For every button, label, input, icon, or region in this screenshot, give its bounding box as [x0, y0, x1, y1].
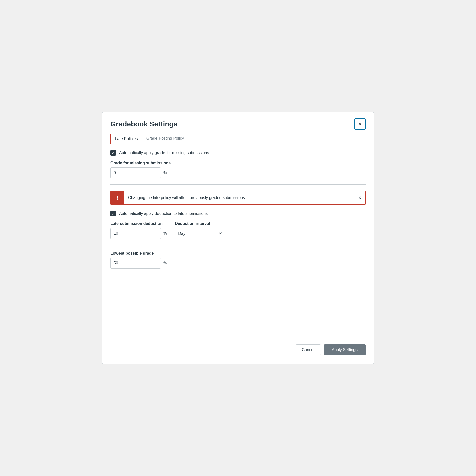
checkmark-icon-2: ✓ — [112, 212, 115, 215]
interval-select[interactable]: Day Hour — [175, 228, 225, 239]
grade-missing-input[interactable] — [110, 167, 161, 178]
tabs-container: Late Policies Grade Posting Policy — [102, 134, 374, 144]
missing-submissions-row: ✓ Automatically apply grade for missing … — [110, 150, 366, 156]
grade-missing-field-group: Grade for missing submissions % — [110, 161, 366, 178]
grade-missing-input-row: % — [110, 167, 366, 178]
modal-title: Gradebook Settings — [110, 120, 177, 128]
exclamation-icon: ! — [116, 194, 118, 201]
lowest-grade-percent: % — [163, 261, 167, 265]
lowest-grade-input-row: % — [110, 258, 366, 269]
deduction-field-group: Late submission deduction % — [110, 221, 167, 239]
late-submissions-checkbox[interactable]: ✓ — [110, 211, 116, 216]
checkmark-icon: ✓ — [112, 151, 115, 155]
missing-submissions-checkbox[interactable]: ✓ — [110, 150, 116, 156]
lowest-grade-input[interactable] — [110, 258, 161, 269]
modal-header: Gradebook Settings × — [102, 112, 374, 134]
lowest-grade-field-group: Lowest possible grade % — [110, 251, 366, 269]
interval-field-group: Deduction interval Day Hour — [175, 221, 225, 239]
alert-close-icon: × — [358, 195, 361, 200]
gradebook-settings-modal: Gradebook Settings × Late Policies Grade… — [102, 112, 374, 364]
deduction-label: Late submission deduction — [110, 221, 167, 226]
close-button[interactable]: × — [354, 118, 366, 130]
deduction-input[interactable] — [110, 228, 161, 239]
lowest-grade-label: Lowest possible grade — [110, 251, 366, 256]
apply-settings-button[interactable]: Apply Settings — [324, 344, 366, 355]
grade-missing-percent: % — [163, 171, 167, 175]
modal-body: ✓ Automatically apply grade for missing … — [102, 144, 374, 339]
late-submissions-label: Automatically apply deduction to late su… — [119, 211, 208, 216]
interval-input-row: Day Hour — [175, 228, 225, 239]
cancel-button[interactable]: Cancel — [296, 344, 321, 355]
alert-icon-block: ! — [111, 191, 124, 204]
grade-missing-label: Grade for missing submissions — [110, 161, 366, 165]
late-policy-alert: ! Changing the late policy will affect p… — [110, 191, 366, 205]
deduction-percent: % — [163, 231, 167, 236]
deduction-fields: Late submission deduction % Deduction in… — [110, 221, 366, 245]
alert-message: Changing the late policy will affect pre… — [124, 192, 354, 204]
tab-late-policies[interactable]: Late Policies — [110, 134, 142, 144]
interval-label: Deduction interval — [175, 221, 225, 226]
late-submissions-row: ✓ Automatically apply deduction to late … — [110, 211, 366, 216]
modal-footer: Cancel Apply Settings — [102, 339, 374, 364]
section-divider — [110, 184, 366, 185]
alert-close-button[interactable]: × — [354, 192, 365, 204]
close-icon: × — [359, 122, 362, 127]
missing-submissions-label: Automatically apply grade for missing su… — [119, 151, 209, 155]
deduction-input-row: % — [110, 228, 167, 239]
tab-grade-posting[interactable]: Grade Posting Policy — [142, 134, 188, 144]
